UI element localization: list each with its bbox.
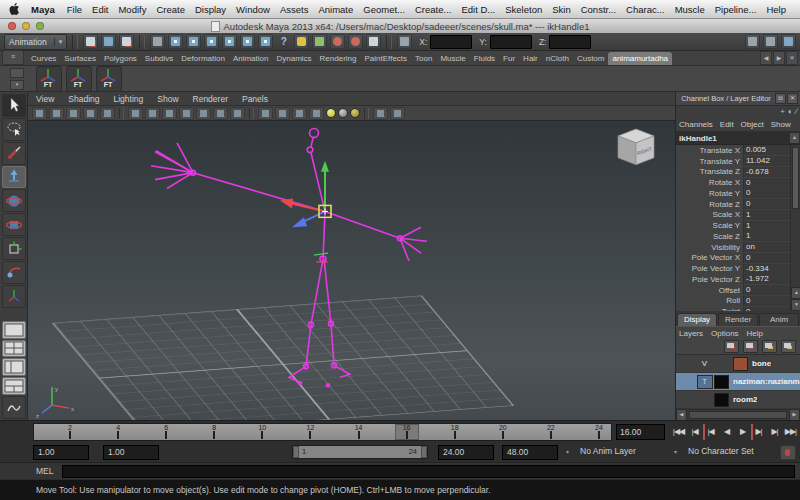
manip-speed-icon[interactable]: ◐	[788, 107, 793, 117]
layer-row-room2[interactable]: room2	[676, 391, 800, 409]
sketch-tool-button[interactable]	[2, 396, 26, 419]
menu-pipeline[interactable]: Pipeline...	[710, 4, 762, 15]
textured-mode-icon[interactable]	[292, 107, 307, 120]
render-settings-icon[interactable]	[366, 34, 381, 49]
channels-menu[interactable]: Channels	[679, 120, 713, 129]
panel-menu-renderer[interactable]: Renderer	[193, 94, 228, 104]
playback-start-field[interactable]: 1.00	[103, 445, 159, 460]
viewport-canvas[interactable]: RIGHT y x z	[28, 121, 675, 420]
create-empty-layer-icon[interactable]	[724, 340, 739, 353]
grid-toggle-icon[interactable]	[128, 107, 143, 120]
shelf-menu-arrow-icon[interactable]: ▾	[10, 80, 24, 90]
xray-icon[interactable]	[390, 107, 405, 120]
rotate-tool-button[interactable]	[2, 189, 26, 212]
menu-animate[interactable]: Animate	[313, 4, 358, 15]
attr-row-pole-vector-x[interactable]: Pole Vector X0	[676, 253, 790, 264]
show-channel-box-icon[interactable]	[745, 34, 760, 49]
shelf-tab-surfaces[interactable]: Surfaces	[60, 52, 100, 65]
open-scene-icon[interactable]	[101, 34, 116, 49]
shelf-tab-rendering[interactable]: Rendering	[316, 52, 361, 65]
menu-skeleton[interactable]: Skeleton	[500, 4, 547, 15]
create-anim-layer-icon[interactable]	[762, 340, 777, 353]
snap-grid-icon[interactable]	[168, 34, 183, 49]
bookmark-icon[interactable]	[83, 107, 98, 120]
shelf-tab-subdivs[interactable]: Subdivs	[141, 52, 177, 65]
gate-mask-icon[interactable]	[179, 107, 194, 120]
animation-end-field[interactable]: 48.00	[502, 445, 558, 460]
layer-row-naziman[interactable]: T naziman:nazianman	[676, 373, 800, 391]
show-tool-settings-icon[interactable]	[763, 34, 778, 49]
menu-create[interactable]: Create	[151, 4, 190, 15]
close-panel-icon[interactable]: ✕	[787, 93, 798, 104]
layer-row-bone[interactable]: V bone	[676, 355, 800, 373]
shelf-tab-polygons[interactable]: Polygons	[100, 52, 141, 65]
shelf-tab-animation[interactable]: Animation	[229, 52, 273, 65]
shelf-tab-custom[interactable]: Custom	[573, 52, 609, 65]
panel-menu-lighting[interactable]: Lighting	[113, 94, 143, 104]
panel-menu-show[interactable]: Show	[157, 94, 178, 104]
play-forwards-button[interactable]: ▶	[735, 424, 750, 440]
shelf-tab-fur[interactable]: Fur	[499, 52, 519, 65]
menu-modify[interactable]: Modify	[113, 4, 151, 15]
menu-muscle[interactable]: Muscle	[670, 4, 710, 15]
safe-title-icon[interactable]	[230, 107, 245, 120]
shelf-scroll-left-icon[interactable]: ◀	[760, 51, 772, 65]
select-camera-icon[interactable]	[32, 107, 47, 120]
resolution-gate-icon[interactable]	[162, 107, 177, 120]
shelf-button-ft-3[interactable]: FT	[96, 66, 122, 92]
attr-row-pole-vector-z[interactable]: Pole Vector Z-1.972	[676, 274, 790, 285]
close-window-button[interactable]	[8, 22, 16, 30]
manip-y-arrowhead[interactable]	[321, 161, 329, 172]
show-attribute-editor-icon[interactable]	[781, 34, 796, 49]
layers-menu[interactable]: Layers	[679, 329, 703, 338]
options-menu[interactable]: Options	[711, 329, 739, 338]
shelf-tab-painteffects[interactable]: PaintEffects	[361, 52, 412, 65]
shelf-scroll-right-icon[interactable]: ▶	[773, 51, 785, 65]
anim-layer-button[interactable]: No Anim Layer	[580, 444, 636, 459]
shelf-tab-ncloth[interactable]: nCloth	[542, 52, 573, 65]
paint-select-tool-button[interactable]	[2, 142, 26, 165]
manip-hyperbolic-icon[interactable]: ∕	[796, 107, 797, 117]
save-scene-icon[interactable]	[119, 34, 134, 49]
show-menu[interactable]: Show	[771, 120, 791, 129]
tab-render[interactable]: Render	[718, 313, 758, 326]
tab-display[interactable]: Display	[677, 313, 717, 326]
scale-tool-button[interactable]	[2, 213, 26, 236]
create-anim-layer-selected-icon[interactable]	[781, 340, 796, 353]
attr-row-roll[interactable]: Roll0	[676, 296, 790, 307]
panel-menu-shading[interactable]: Shading	[68, 94, 99, 104]
layout-persp-outliner-button[interactable]	[2, 358, 26, 376]
anim-layer-dropdown-icon[interactable]: ▾	[566, 448, 569, 455]
shelf-tab-dynamics[interactable]: Dynamics	[272, 52, 315, 65]
menu-create-deformers[interactable]: Create...	[410, 4, 456, 15]
render-current-frame-icon[interactable]	[330, 34, 345, 49]
snap-help-icon[interactable]: ?	[276, 34, 291, 49]
shelf-tab-animamurtadha[interactable]: animamurtadha	[608, 52, 672, 65]
attr-row-rotate-y[interactable]: Rotate Y0	[676, 188, 790, 199]
soft-modification-tool-button[interactable]	[2, 261, 26, 284]
layer-color-swatch[interactable]	[733, 357, 748, 371]
layout-four-pane-button[interactable]	[2, 340, 26, 358]
step-back-frame-button[interactable]: |◀	[687, 424, 702, 440]
scroll-down-icon[interactable]: ▼	[791, 299, 800, 311]
layout-three-pane-button[interactable]	[2, 377, 26, 395]
wireframe-on-shaded-icon[interactable]	[309, 107, 324, 120]
manip-x-axis[interactable]	[291, 203, 325, 211]
shelf-tab-toon[interactable]: Toon	[411, 52, 436, 65]
command-line-language-button[interactable]: MEL	[36, 465, 53, 478]
coordinate-input-mode-icon[interactable]	[397, 34, 412, 49]
menu-set-dropdown[interactable]: Animation ▾	[4, 34, 67, 50]
menu-geometry-cache[interactable]: Geomet...	[358, 4, 410, 15]
shelf-tab-hair[interactable]: Hair	[519, 52, 542, 65]
shadows-icon[interactable]	[338, 108, 348, 118]
shelf-tab-selector-icon[interactable]	[10, 68, 24, 78]
menu-assets[interactable]: Assets	[275, 4, 314, 15]
manip-default-icon[interactable]: +	[780, 107, 785, 117]
apple-icon[interactable]	[9, 3, 22, 16]
scrollbar-thumb[interactable]	[792, 147, 799, 209]
snap-curve-icon[interactable]	[186, 34, 201, 49]
menu-constrain[interactable]: Constr...	[576, 4, 621, 15]
range-slider[interactable]: 1 24	[292, 445, 428, 459]
select-hierarchy-icon[interactable]	[150, 34, 165, 49]
make-live-icon[interactable]	[258, 34, 273, 49]
